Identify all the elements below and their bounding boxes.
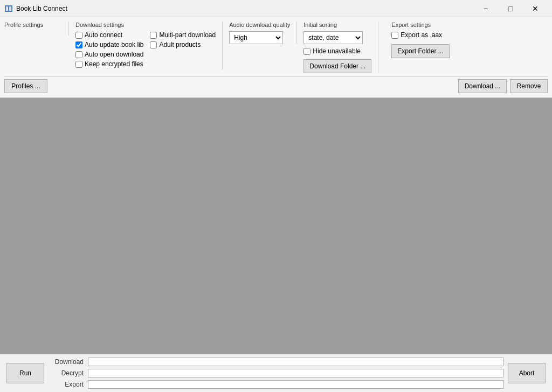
download-status-label: Download bbox=[49, 358, 84, 366]
sorting-select[interactable]: state, date date title author bbox=[303, 31, 363, 44]
decrypt-status-row: Decrypt bbox=[49, 369, 503, 377]
profiles-button[interactable]: Profiles ... bbox=[4, 79, 47, 93]
download-checks-left: Auto connect Auto update book lib Auto o… bbox=[75, 31, 143, 70]
auto-update-row: Auto update book lib bbox=[75, 41, 143, 48]
export-progress-bar bbox=[88, 380, 503, 389]
download-checks-right: Multi-part download Adult products bbox=[150, 31, 216, 70]
sorting-section: Initial sorting state, date date title a… bbox=[303, 22, 378, 73]
run-button[interactable]: Run bbox=[6, 363, 44, 383]
app-title: Book Lib Connect bbox=[16, 5, 473, 12]
initial-sorting-label: Initial sorting bbox=[303, 22, 371, 28]
multi-part-label[interactable]: Multi-part download bbox=[159, 31, 216, 39]
hide-unavailable-checkbox[interactable] bbox=[303, 48, 310, 55]
window-controls: − □ ✕ bbox=[473, 0, 548, 17]
abort-button[interactable]: Abort bbox=[508, 363, 546, 383]
maximize-button[interactable]: □ bbox=[498, 0, 523, 17]
hide-unavailable-label[interactable]: Hide unavailable bbox=[313, 47, 361, 55]
adult-products-checkbox[interactable] bbox=[150, 41, 157, 48]
profile-settings-label: Profile settings bbox=[4, 22, 64, 28]
decrypt-status-label: Decrypt bbox=[49, 369, 84, 377]
content-area bbox=[0, 98, 552, 354]
audio-quality-select[interactable]: High Normal Low bbox=[229, 31, 283, 44]
export-status-row: Export bbox=[49, 380, 503, 389]
minimize-button[interactable]: − bbox=[473, 0, 498, 17]
multi-part-row: Multi-part download bbox=[150, 31, 216, 39]
download-settings-label: Download settings bbox=[75, 22, 216, 28]
export-settings-label: Export settings bbox=[391, 22, 449, 28]
audio-section: Audio download quality High Normal Low bbox=[229, 22, 297, 44]
audio-quality-label: Audio download quality bbox=[229, 22, 290, 28]
toolbar-row: Profiles ... Download ... Remove bbox=[4, 76, 548, 93]
auto-open-checkbox[interactable] bbox=[75, 51, 82, 58]
download-status-row: Download bbox=[49, 358, 503, 366]
status-bar: Run Download Decrypt Export Abort bbox=[0, 354, 552, 392]
adult-products-label[interactable]: Adult products bbox=[159, 41, 201, 48]
auto-open-row: Auto open download bbox=[75, 51, 143, 58]
auto-update-checkbox[interactable] bbox=[75, 41, 82, 48]
remove-button[interactable]: Remove bbox=[510, 79, 548, 93]
multi-part-checkbox[interactable] bbox=[150, 32, 157, 39]
download-button[interactable]: Download ... bbox=[458, 79, 507, 93]
keep-encrypted-row: Keep encrypted files bbox=[75, 60, 143, 68]
auto-open-label[interactable]: Auto open download bbox=[85, 51, 143, 58]
close-button[interactable]: ✕ bbox=[523, 0, 548, 17]
main-container: Profile settings Download settings Auto … bbox=[0, 17, 552, 392]
auto-update-label[interactable]: Auto update book lib bbox=[85, 41, 143, 48]
hide-unavailable-row: Hide unavailable bbox=[303, 47, 371, 55]
download-section: Download settings Auto connect Auto upda… bbox=[75, 22, 223, 70]
svg-rect-3 bbox=[8, 6, 9, 11]
settings-inner: Profile settings Download settings Auto … bbox=[4, 22, 548, 73]
export-status-label: Export bbox=[49, 381, 84, 388]
svg-rect-2 bbox=[9, 6, 11, 11]
svg-rect-1 bbox=[6, 6, 8, 11]
auto-connect-checkbox[interactable] bbox=[75, 32, 82, 39]
export-aax-label[interactable]: Export as .aax bbox=[401, 31, 442, 39]
export-section: Export settings Export as .aax Export Fo… bbox=[385, 22, 456, 58]
app-icon bbox=[4, 4, 13, 13]
profile-section: Profile settings bbox=[4, 22, 69, 36]
auto-connect-label[interactable]: Auto connect bbox=[85, 31, 122, 39]
auto-connect-row: Auto connect bbox=[75, 31, 143, 39]
download-cols: Auto connect Auto update book lib Auto o… bbox=[75, 31, 216, 70]
titlebar: Book Lib Connect − □ ✕ bbox=[0, 0, 552, 17]
status-outer: Run Download Decrypt Export Abort bbox=[6, 358, 546, 389]
download-progress-bar bbox=[88, 358, 503, 366]
export-aax-row: Export as .aax bbox=[391, 31, 449, 39]
decrypt-progress-bar bbox=[88, 369, 503, 377]
export-aax-checkbox[interactable] bbox=[391, 32, 398, 39]
adult-products-row: Adult products bbox=[150, 41, 216, 48]
settings-panel: Profile settings Download settings Auto … bbox=[0, 17, 552, 98]
keep-encrypted-checkbox[interactable] bbox=[75, 61, 82, 68]
status-bars: Download Decrypt Export bbox=[49, 358, 503, 389]
keep-encrypted-label[interactable]: Keep encrypted files bbox=[85, 60, 143, 68]
export-folder-button[interactable]: Export Folder ... bbox=[391, 44, 449, 58]
download-folder-button[interactable]: Download Folder ... bbox=[303, 59, 371, 73]
